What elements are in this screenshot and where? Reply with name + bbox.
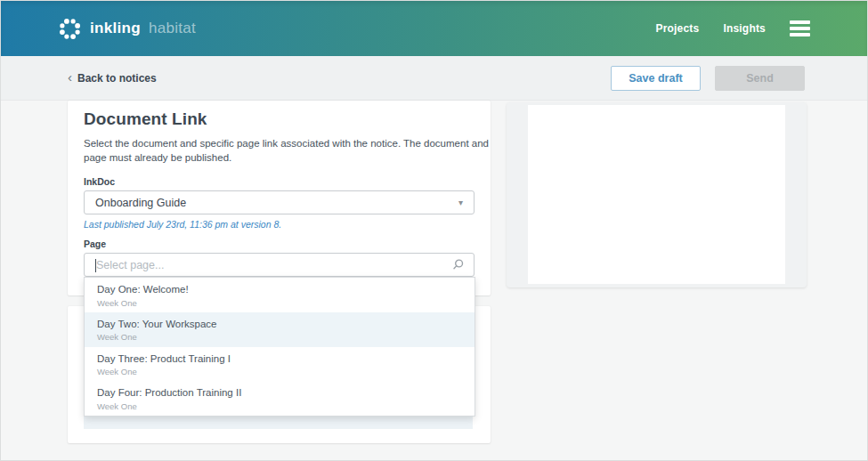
top-nav: inkling habitat Projects Insights (1, 1, 867, 56)
back-label: Back to notices (77, 72, 157, 85)
nav-link-projects[interactable]: Projects (655, 22, 699, 35)
inkdoc-selected-value: Onboarding Guide (95, 197, 186, 209)
hamburger-icon[interactable] (790, 19, 810, 38)
brand-name: inkling (90, 20, 141, 37)
magnifier-icon (451, 258, 465, 271)
chevron-down-icon: ▾ (458, 198, 463, 207)
description-text: Select the document and specific page li… (84, 136, 490, 165)
app-window: inkling habitat Projects Insights ‹ Back… (0, 0, 868, 461)
back-to-notices-link[interactable]: ‹ Back to notices (68, 72, 157, 85)
nav-links: Projects Insights (655, 19, 810, 38)
notice-preview-page (528, 105, 785, 284)
brand-product: habitat (149, 20, 196, 37)
save-draft-button[interactable]: Save draft (611, 66, 701, 91)
secondary-card-field (84, 416, 473, 429)
brand[interactable]: inkling habitat (58, 17, 196, 41)
action-bar: ‹ Back to notices Save draft Send (1, 56, 867, 101)
page-search-box[interactable] (84, 253, 475, 277)
page-options-dropdown: Day One: Welcome! Week One Day Two: Your… (84, 277, 475, 417)
inkling-dots-logo-icon (58, 17, 82, 41)
page-search-input[interactable] (96, 259, 451, 271)
page-option[interactable]: Day Three: Product Training I Week One (85, 347, 475, 382)
page-option-highlighted[interactable]: Day Two: Your Workspace Week One (85, 312, 475, 347)
notice-preview-pane (507, 102, 807, 287)
published-note: Last published July 23rd, 11:36 pm at ve… (84, 219, 475, 230)
chevron-left-icon: ‹ (68, 70, 72, 84)
inkdoc-select[interactable]: Onboarding Guide ▾ (84, 190, 475, 214)
page-option[interactable]: Day One: Welcome! Week One (85, 278, 475, 312)
nav-link-insights[interactable]: Insights (723, 22, 766, 35)
page-select-wrap: Day One: Welcome! Week One Day Two: Your… (84, 253, 475, 277)
inkdoc-label: InkDoc (84, 176, 475, 187)
document-link-card: Document Link Select the document and sp… (68, 101, 491, 295)
page-option[interactable]: Day Four: Production Training II Week On… (85, 381, 475, 416)
page-title: Document Link (84, 109, 475, 129)
action-buttons: Save draft Send (611, 66, 805, 91)
text-caret (95, 259, 96, 272)
page-label: Page (84, 239, 475, 249)
send-button[interactable]: Send (715, 66, 805, 91)
